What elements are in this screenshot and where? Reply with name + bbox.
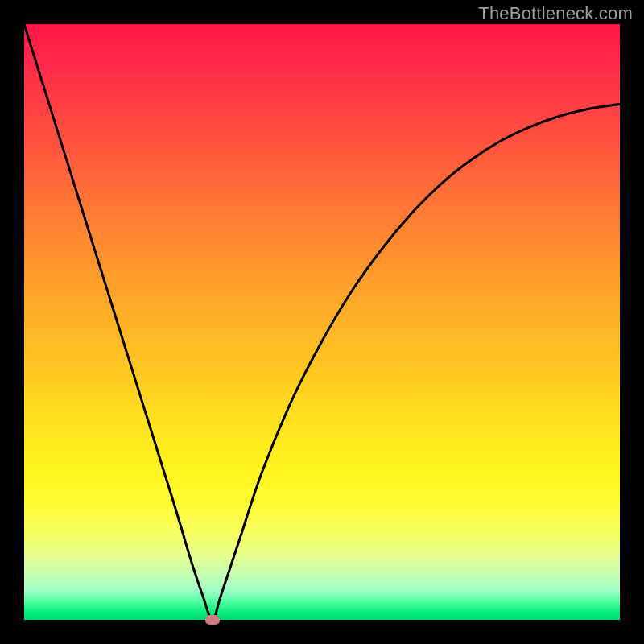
- chart-frame: TheBottleneck.com: [0, 0, 644, 644]
- minimum-marker: [205, 615, 220, 625]
- watermark-text: TheBottleneck.com: [478, 3, 633, 24]
- bottleneck-curve: [24, 24, 620, 620]
- plot-area: [24, 24, 620, 620]
- curve-svg: [24, 24, 620, 620]
